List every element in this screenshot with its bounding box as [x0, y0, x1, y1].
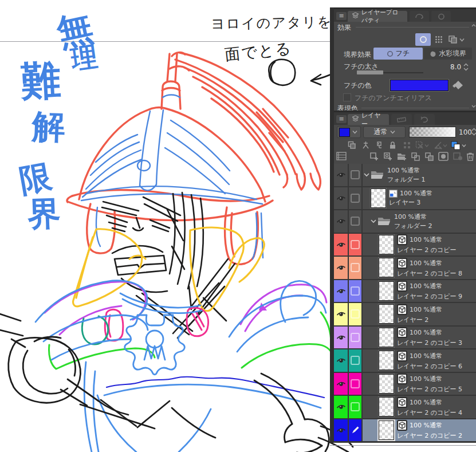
opacity-stepper[interactable]: [471, 128, 476, 136]
collapse-arrow-icon[interactable]: [471, 23, 476, 28]
layer-checkbox[interactable]: [349, 187, 363, 210]
lock-transparent-pixels-icon[interactable]: [375, 141, 384, 150]
paint-bucket-icon[interactable]: [451, 78, 465, 91]
blend-mode-dropdown[interactable]: 通常: [363, 126, 406, 138]
layer-row-content[interactable]: 100 %通常フォルダー 1: [363, 164, 476, 186]
panel-menu-icon[interactable]: ≡: [336, 12, 347, 20]
opacity-value[interactable]: 100: [459, 128, 472, 136]
layer-folder-row[interactable]: 100 %通常フォルダー 1: [334, 164, 476, 187]
layer-checkbox[interactable]: [349, 373, 363, 395]
layer-checkbox[interactable]: [349, 396, 363, 418]
layer-visibility-toggle[interactable]: [334, 349, 349, 372]
layer-thumbnail[interactable]: [379, 328, 394, 347]
new-layer-icon[interactable]: [369, 152, 379, 162]
layer-visibility-toggle[interactable]: [334, 303, 349, 325]
tab-tool-icon-a[interactable]: [410, 11, 429, 22]
folder-expand-chevron[interactable]: [364, 172, 369, 177]
layer-color-swatch-combo[interactable]: [451, 141, 466, 150]
layer-row-content[interactable]: 100 %通常レイヤー 3: [363, 187, 476, 210]
delete-layer-icon[interactable]: [466, 152, 474, 161]
layer-checkbox[interactable]: [349, 327, 363, 349]
lock-layer-icon[interactable]: [389, 141, 396, 150]
tab-ruler-icon[interactable]: [391, 114, 412, 125]
merge-down-icon[interactable]: [424, 152, 434, 162]
layer-row-content[interactable]: 100 %通常レイヤー 2 のコピー 5: [363, 373, 476, 395]
layer-row-content[interactable]: 100 %通常レイヤー 2 のコピー 4: [363, 396, 476, 418]
layer-row[interactable]: 100 %通常レイヤー 2 のコピー 5: [334, 373, 476, 396]
layer-row-content[interactable]: 100 %通常レイヤー 2: [363, 303, 476, 325]
clip-to-layer-icon[interactable]: [348, 141, 356, 150]
edge-color-bar[interactable]: [390, 80, 449, 91]
layer-row-content[interactable]: 100 %通常レイヤー 2 のコピー 9: [363, 280, 476, 302]
panel-menu-icon[interactable]: ≡: [336, 115, 347, 123]
edge-mode-button[interactable]: フチ: [373, 48, 423, 60]
new-vector-layer-icon[interactable]: [383, 152, 393, 162]
layer-row-content[interactable]: 100 %通常フォルダー 2: [363, 210, 476, 233]
layer-row[interactable]: 100 %通常レイヤー 2 のコピー: [334, 234, 476, 257]
layer-visibility-toggle[interactable]: [334, 419, 349, 442]
antialias-checkbox[interactable]: [343, 93, 351, 101]
panel-list-icon[interactable]: [336, 152, 347, 160]
layer-palette-color-button[interactable]: [337, 126, 361, 138]
layer-row-content[interactable]: 100 %通常レイヤー 2 のコピー 8: [363, 257, 476, 279]
opacity-slider[interactable]: [409, 127, 456, 137]
tab-undo-history-icon[interactable]: [414, 114, 435, 125]
layer-thumbnail[interactable]: [379, 351, 394, 370]
layer-thumbnail[interactable]: [379, 281, 394, 301]
layer-checkbox[interactable]: [349, 234, 363, 256]
edge-width-slider[interactable]: [357, 70, 383, 74]
layer-row-content[interactable]: 100 %通常レイヤー 2 のコピー 2: [363, 419, 476, 442]
collapse-arrow-icon[interactable]: [471, 104, 476, 108]
layer-row[interactable]: 100 %通常レイヤー 2 のコピー 6: [334, 349, 476, 373]
layer-row[interactable]: 100 %通常レイヤー 2 のコピー 3: [334, 327, 476, 350]
watercolor-edge-button[interactable]: 水彩境界: [424, 48, 472, 60]
layer-mask-icon[interactable]: [438, 152, 449, 161]
selection-combo-icon[interactable]: [415, 141, 429, 150]
layer-visibility-toggle[interactable]: [334, 210, 349, 233]
layer-editing-indicator[interactable]: [349, 419, 363, 442]
layer-checkbox[interactable]: [349, 257, 363, 279]
layer-checkbox[interactable]: [349, 349, 363, 372]
layer-visibility-toggle[interactable]: [334, 280, 349, 302]
reference-layer-icon[interactable]: [361, 141, 370, 150]
layer-thumbnail[interactable]: [379, 374, 394, 394]
layer-folder-row[interactable]: 100 %通常フォルダー 2: [334, 210, 476, 234]
layer-checkbox[interactable]: [349, 210, 363, 233]
chevron-down-icon[interactable]: [459, 38, 465, 42]
layer-visibility-toggle[interactable]: [334, 327, 349, 349]
layer-thumbnail[interactable]: [371, 188, 386, 208]
new-folder-icon[interactable]: [397, 152, 407, 161]
layer-thumbnail[interactable]: [379, 397, 394, 416]
layer-visibility-toggle[interactable]: [334, 373, 349, 395]
layer-visibility-toggle[interactable]: [334, 257, 349, 279]
lock-pixels-icon[interactable]: [403, 141, 411, 150]
layer-row[interactable]: 100 %通常レイヤー 2 のコピー 9: [334, 280, 476, 304]
layer-visibility-toggle[interactable]: [334, 187, 349, 210]
folder-expand-chevron[interactable]: [371, 219, 376, 223]
layer-thumbnail[interactable]: [379, 258, 394, 277]
tone-effect-button[interactable]: [432, 33, 445, 46]
ruler-combo-icon[interactable]: [434, 141, 447, 150]
layer-checkbox[interactable]: [349, 303, 363, 325]
layer-row[interactable]: 100 %通常レイヤー 2: [334, 303, 476, 327]
layer-row[interactable]: 100 %通常レイヤー 3: [334, 187, 476, 211]
layer-row[interactable]: 100 %通常レイヤー 2 のコピー 4: [334, 396, 476, 419]
layer-checkbox[interactable]: [349, 280, 363, 302]
edge-width-slider-track[interactable]: [383, 72, 423, 73]
transfer-down-icon[interactable]: [411, 152, 420, 162]
layer-row-content[interactable]: 100 %通常レイヤー 2 のコピー 6: [363, 349, 476, 372]
tab-layer-property[interactable]: レイヤープロパティ: [348, 11, 407, 22]
layer-visibility-toggle[interactable]: [334, 164, 349, 186]
effect-border-toggle-button[interactable]: [415, 33, 431, 46]
layer-thumbnail[interactable]: [379, 235, 394, 254]
edge-width-value[interactable]: 8.0: [450, 63, 461, 71]
layer-thumbnail[interactable]: [379, 420, 394, 440]
layer-visibility-toggle[interactable]: [334, 234, 349, 256]
apply-mask-icon[interactable]: [453, 152, 463, 161]
edge-width-stepper[interactable]: [463, 63, 469, 71]
layer-row-content[interactable]: 100 %通常レイヤー 2 のコピー 3: [363, 327, 476, 349]
layer-row-content[interactable]: 100 %通常レイヤー 2 のコピー: [363, 234, 476, 256]
layer-color-effect-button[interactable]: [446, 33, 459, 46]
tab-tool-icon-b[interactable]: [431, 11, 451, 22]
layer-row[interactable]: 100 %通常レイヤー 2 のコピー 2: [334, 419, 476, 443]
